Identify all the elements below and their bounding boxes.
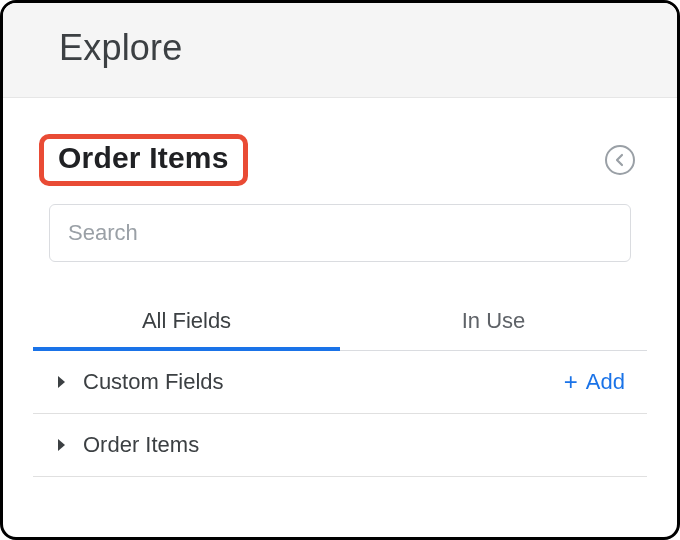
field-tabs: All Fields In Use bbox=[33, 294, 647, 351]
section-order-items[interactable]: Order Items bbox=[33, 414, 647, 477]
collapse-button[interactable] bbox=[605, 145, 635, 175]
chevron-left-icon bbox=[614, 153, 626, 167]
search-container bbox=[33, 204, 647, 262]
section-label-order-items: Order Items bbox=[83, 432, 199, 458]
add-button[interactable]: + Add bbox=[564, 369, 625, 395]
section-header-left: Custom Fields bbox=[57, 369, 224, 395]
panel-title-highlight: Order Items bbox=[39, 134, 248, 186]
search-input[interactable] bbox=[49, 204, 631, 262]
panel-title-row: Order Items bbox=[33, 134, 647, 186]
panel-title: Order Items bbox=[58, 141, 229, 174]
section-header-left: Order Items bbox=[57, 432, 199, 458]
add-button-label: Add bbox=[586, 369, 625, 395]
caret-right-icon bbox=[57, 438, 67, 452]
caret-right-icon bbox=[57, 375, 67, 389]
tab-all-fields[interactable]: All Fields bbox=[33, 294, 340, 350]
header-bar: Explore bbox=[3, 3, 677, 98]
section-label-custom-fields: Custom Fields bbox=[83, 369, 224, 395]
section-custom-fields[interactable]: Custom Fields + Add bbox=[33, 351, 647, 414]
explore-window: Explore Order Items All Fields In Use bbox=[0, 0, 680, 540]
header-title: Explore bbox=[59, 27, 647, 69]
panel-body: Order Items All Fields In Use Custom Fie… bbox=[3, 98, 677, 537]
tab-in-use[interactable]: In Use bbox=[340, 294, 647, 350]
plus-icon: + bbox=[564, 370, 578, 394]
